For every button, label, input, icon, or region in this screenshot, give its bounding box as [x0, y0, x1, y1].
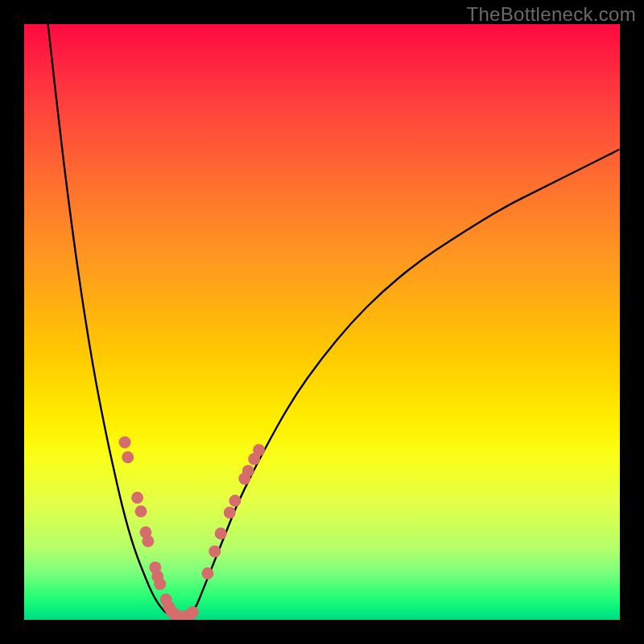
data-point: [119, 436, 131, 448]
scatter-group: [119, 436, 266, 620]
data-point: [201, 568, 213, 580]
curve-group: [48, 24, 620, 618]
data-point: [208, 545, 221, 557]
data-point: [122, 451, 134, 463]
chart-stage: TheBottleneck.com: [0, 0, 644, 644]
data-point: [135, 506, 147, 518]
data-point: [253, 444, 265, 456]
data-point: [242, 465, 254, 477]
data-point: [229, 495, 241, 507]
data-point: [154, 578, 166, 590]
watermark-text: TheBottleneck.com: [466, 3, 636, 26]
data-point: [215, 527, 227, 539]
data-point: [224, 506, 236, 518]
plot-svg: [24, 24, 620, 620]
bottleneck-curve: [48, 24, 620, 618]
data-point: [142, 535, 154, 547]
plot-frame: [24, 24, 620, 620]
data-point: [131, 492, 143, 504]
data-point: [187, 606, 199, 618]
